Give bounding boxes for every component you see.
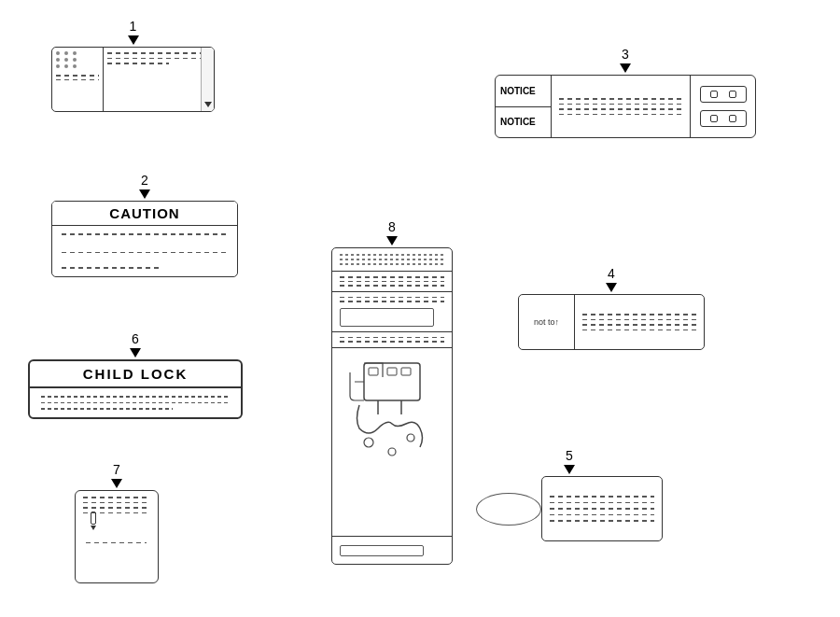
item4-icon: not to↑ — [519, 295, 575, 349]
item8-box — [331, 247, 453, 565]
dashed-line — [107, 58, 210, 60]
svg-point-5 — [407, 434, 414, 442]
connector-pin — [710, 115, 718, 122]
dashed-line-short — [107, 63, 169, 64]
item8-section1 — [332, 272, 452, 292]
item8-arrow — [386, 236, 398, 245]
pin-body — [91, 512, 96, 525]
item1-arrow — [128, 35, 139, 45]
dashed-line — [340, 341, 444, 343]
item4-number: 4 — [608, 266, 615, 281]
item6-header: CHILD LOCK — [30, 361, 241, 388]
item8-top — [332, 248, 452, 272]
item8-bottom-box — [340, 545, 424, 556]
connector-shape-top — [700, 86, 747, 103]
item6-box: CHILD LOCK — [28, 359, 243, 419]
svg-rect-6 — [369, 368, 378, 375]
item7-container: 7 — [75, 462, 159, 583]
item7-box — [75, 490, 159, 583]
item6-container: 6 CHILD LOCK — [28, 331, 243, 419]
connector-pin — [729, 91, 736, 98]
item8-section3 — [332, 332, 452, 348]
connector-shape-bottom — [700, 110, 747, 127]
item3-left: NOTICE NOTICE — [496, 76, 552, 137]
svg-rect-7 — [387, 368, 397, 375]
scroll-arrow-icon — [204, 102, 212, 107]
item2-arrow — [139, 189, 150, 199]
item5-inner — [476, 476, 663, 541]
item3-notice2: NOTICE — [496, 107, 551, 138]
dashed-line — [559, 108, 682, 110]
item5-container: 5 — [476, 448, 663, 541]
item8-inner-box — [340, 308, 434, 327]
dashed-line — [107, 52, 210, 54]
dashed-line — [559, 114, 682, 116]
connector-pin — [710, 91, 718, 98]
item1-number: 1 — [130, 19, 137, 34]
dashed-line — [340, 281, 444, 283]
dashed-line — [41, 396, 230, 398]
item8-section2 — [332, 292, 452, 332]
dashed-line — [550, 502, 654, 504]
item1-box — [51, 47, 215, 112]
dashed-line — [582, 330, 696, 331]
item4-container: 4 not to↑ — [518, 266, 705, 350]
item2-box: CAUTION — [51, 201, 238, 277]
item2-number: 2 — [141, 173, 148, 188]
dashed-line-short — [62, 267, 161, 269]
item3-number: 3 — [622, 47, 629, 62]
item6-body — [30, 388, 241, 417]
item7-number: 7 — [113, 462, 120, 477]
item2-container: 2 CAUTION — [51, 173, 238, 277]
item1-right — [104, 48, 214, 111]
dashed-line — [340, 276, 444, 278]
svg-rect-8 — [401, 368, 411, 375]
item1-dot-grid — [56, 51, 99, 68]
dashed-line — [582, 324, 696, 326]
item3-notice1: NOTICE — [496, 76, 551, 107]
dashed-line — [41, 402, 230, 404]
item7-arrow — [111, 479, 122, 488]
engine-diagram-svg — [341, 354, 443, 475]
item3-box: NOTICE NOTICE — [495, 75, 756, 138]
dashed-line — [550, 514, 654, 516]
item7-pin-icon — [91, 512, 96, 530]
svg-point-4 — [388, 448, 396, 456]
item1-container: 1 — [51, 19, 215, 112]
item1-left — [52, 48, 104, 111]
dashed-line — [56, 79, 99, 81]
dashed-line — [340, 297, 444, 299]
item1-scroll — [201, 48, 214, 111]
item6-arrow — [130, 348, 141, 358]
dashed-line — [550, 496, 654, 498]
dashed-line — [62, 252, 228, 254]
dashed-line — [340, 301, 444, 302]
svg-rect-0 — [364, 363, 420, 400]
dashed-line — [582, 319, 696, 321]
item2-body — [52, 226, 237, 276]
dashed-line — [340, 337, 444, 339]
dashed-line — [83, 502, 150, 504]
dashed-line — [550, 508, 654, 510]
item2-header: CAUTION — [52, 202, 237, 226]
item3-container: 3 NOTICE NOTICE — [495, 47, 756, 138]
item4-right — [575, 295, 704, 349]
dashed-line — [86, 542, 147, 544]
item4-icon-text: not to↑ — [534, 317, 559, 328]
connector-pin — [729, 115, 736, 122]
dashed-line — [550, 520, 654, 522]
item3-right — [690, 76, 755, 137]
item5-oval — [476, 493, 541, 526]
item5-box — [541, 476, 663, 541]
item3-arrow — [620, 63, 631, 73]
item4-arrow — [606, 283, 617, 292]
dashed-line — [83, 497, 150, 498]
dashed-line — [582, 314, 696, 316]
dashed-line — [559, 98, 682, 100]
item8-number: 8 — [388, 219, 396, 234]
dashed-line — [56, 75, 99, 77]
dashed-line — [83, 507, 150, 509]
item8-container: 8 — [331, 219, 453, 565]
dashed-line — [559, 104, 682, 105]
item8-diagram — [332, 348, 452, 537]
